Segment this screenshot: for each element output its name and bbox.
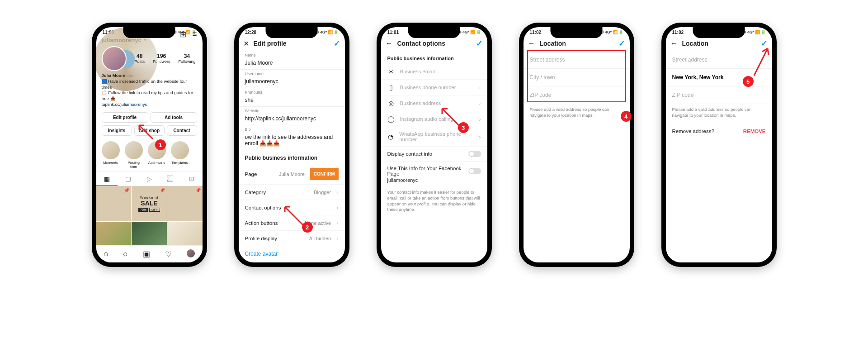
add-shop-button[interactable]: Add shop	[134, 125, 165, 136]
status-time: 11:02	[530, 30, 542, 35]
whatsapp-row[interactable]: ◔WhatsApp business phone number›	[381, 127, 487, 147]
highlight-item[interactable]: Templates	[171, 141, 189, 169]
highlight-item[interactable]: Moments	[102, 141, 120, 169]
highlight-item[interactable]: Posting time	[125, 141, 143, 169]
chevron-right-icon: ›	[336, 189, 338, 195]
back-icon[interactable]: ←	[386, 39, 393, 48]
toggle[interactable]	[468, 151, 481, 157]
personal-info-link[interactable]: Personal information settings	[239, 262, 345, 262]
city-field[interactable]: City / town	[524, 69, 630, 86]
profile-nav-avatar[interactable]	[187, 249, 195, 257]
name-label: Name	[245, 53, 339, 57]
heart-icon[interactable]: ♡	[165, 249, 172, 259]
home-icon[interactable]: ⌂	[104, 249, 108, 259]
location-icon: ◎	[387, 100, 395, 107]
bio-link[interactable]: taplink.cc/juliamoorenyc	[102, 102, 147, 107]
username-field[interactable]: juliamoorenyc	[245, 77, 339, 87]
guides-tab-icon[interactable]: ⿴	[160, 172, 181, 186]
phone-contact-options: 11:01 ⚙ 4G* 📶 🔋 ← Contact options ✓ Publ…	[377, 23, 492, 267]
bio-line1: 🟦 Have increased traffic on the website …	[102, 79, 187, 90]
contact-options-row[interactable]: Contact options›	[239, 200, 345, 215]
ad-tools-button[interactable]: Ad tools	[151, 112, 197, 123]
step-marker: 5	[743, 76, 754, 87]
profile-display-row[interactable]: Profile displayAll hidden›	[239, 231, 345, 246]
edit-profile-button[interactable]: Edit profile	[102, 112, 148, 123]
chevron-right-icon: ›	[336, 219, 338, 226]
confirm-button[interactable]: CONFIRM	[310, 168, 339, 180]
pronouns-field[interactable]: she	[245, 95, 339, 105]
facebook-sync-row[interactable]: Use This Info for Your Facebook Page jul…	[381, 162, 487, 187]
confirm-check-icon[interactable]: ✓	[618, 38, 625, 48]
confirm-check-icon[interactable]: ✓	[761, 38, 768, 48]
street-address-field[interactable]: Street address	[666, 51, 772, 69]
grid-tab-icon[interactable]: ▦	[96, 172, 118, 186]
play-tab-icon[interactable]: ▷	[139, 172, 160, 186]
bottom-nav: ⌂ ⌕ ▣ ♡	[96, 245, 203, 262]
zip-field[interactable]: ZIP code	[524, 86, 630, 104]
chevron-right-icon: ›	[479, 133, 481, 140]
category-row[interactable]: CategoryBlogger›	[239, 185, 345, 200]
pronoun: she	[127, 73, 133, 78]
posts-label: Posts	[135, 59, 145, 64]
username-label: Username	[245, 71, 339, 76]
highlights-row: Moments Posting time Add music Templates	[96, 138, 203, 171]
zip-field[interactable]: ZIP code	[666, 86, 772, 104]
audio-calling-row[interactable]: ◯Instagram audio calling›	[381, 111, 487, 127]
pin-icon: 📌	[160, 188, 165, 193]
stats[interactable]: 48Posts 196Followers 34Following	[135, 53, 196, 64]
confirm-check-icon[interactable]: ✓	[476, 38, 483, 48]
contact-button[interactable]: Contact	[167, 125, 197, 136]
avatar[interactable]	[102, 46, 127, 71]
status-time: 11:01	[387, 30, 399, 35]
page-title: Location	[540, 40, 614, 47]
reels-icon[interactable]: ▣	[143, 249, 150, 259]
close-icon[interactable]: ✕	[243, 39, 249, 48]
street-address-field[interactable]: Street address	[524, 51, 630, 69]
remove-button[interactable]: REMOVE	[743, 129, 766, 134]
toggle[interactable]	[468, 168, 481, 174]
mail-icon: ✉	[387, 68, 395, 75]
page-row[interactable]: PageJulia MooreCONFIRM	[239, 164, 345, 185]
post[interactable]: 📌 Weekend SALE 70%OFF	[132, 186, 167, 221]
search-icon[interactable]: ⌕	[123, 249, 127, 259]
phone-location-filled: 11:02 ⚙ 4G* 📶 🔋 ← Location ✓ Street addr…	[661, 23, 777, 267]
instagram-icon: ◯	[387, 115, 395, 123]
confirm-check-icon[interactable]: ✓	[334, 38, 340, 48]
action-buttons-row[interactable]: Action buttonsNone active›	[239, 215, 345, 231]
display-contact-toggle-row[interactable]: Display contact info	[381, 147, 487, 162]
pin-icon: 📌	[124, 188, 129, 193]
page-title: Location	[682, 40, 756, 47]
post[interactable]: 📌	[167, 186, 203, 221]
bio-field[interactable]: ow the link to see the addresses and enr…	[245, 133, 339, 149]
create-avatar-link[interactable]: Create avatar	[239, 246, 345, 262]
page-title: Edit profile	[254, 40, 329, 47]
new-post-icon[interactable]: ⊞	[180, 30, 186, 39]
reels-tab-icon[interactable]: ▢	[118, 172, 139, 186]
business-email-row[interactable]: ✉Business email	[381, 64, 487, 80]
step-marker: 4	[621, 111, 632, 122]
business-address-row[interactable]: ◎Business address›	[381, 95, 487, 111]
notch	[551, 27, 603, 38]
status-right: ⚙ 4G* 📶 🔋	[600, 30, 623, 35]
menu-icon[interactable]: ≡	[193, 30, 197, 39]
status-right: ⚙ 4G* 📶 🔋	[316, 30, 338, 35]
page-title: Contact options	[397, 40, 472, 47]
post[interactable]: 📌	[96, 186, 132, 221]
followers-count: 196	[153, 53, 170, 59]
insights-button[interactable]: Insights	[102, 125, 132, 136]
whatsapp-icon: ◔	[387, 133, 394, 140]
following-label: Following	[179, 59, 196, 64]
bio-label: Bio	[245, 127, 339, 132]
chevron-right-icon: ›	[479, 100, 481, 107]
back-icon[interactable]: ←	[528, 39, 535, 48]
back-icon[interactable]: ←	[670, 39, 678, 48]
notch	[408, 27, 460, 38]
website-field[interactable]: http://taplink.cc/juliamoorenyc	[245, 114, 339, 124]
chevron-right-icon: ›	[336, 204, 338, 211]
name-field[interactable]: Julia Moore	[245, 58, 339, 68]
content-tabs: ▦ ▢ ▷ ⿴ ⊡	[96, 171, 203, 186]
business-phone-row[interactable]: ▯Business phone number›	[381, 80, 487, 95]
notch	[693, 27, 745, 38]
city-field[interactable]: New York, New York	[666, 69, 772, 86]
tagged-tab-icon[interactable]: ⊡	[181, 172, 203, 186]
